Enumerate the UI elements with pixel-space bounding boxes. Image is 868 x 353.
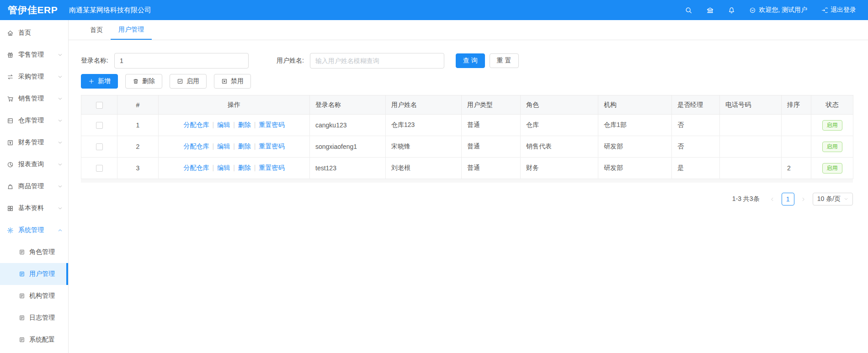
col-header-status: 状态 [811,95,853,115]
chevron-right-icon [801,197,806,202]
pagination: 1-3 共3条 1 10 条/页 [81,193,853,205]
next-page-button[interactable] [798,193,809,205]
sidebar-item-label: 财务管理 [18,138,44,147]
check-square-icon [177,78,183,84]
cell-phone [720,136,782,158]
sidebar-item-finance[interactable]: 财务管理 [0,132,68,153]
app-root: 管伊佳ERP 南通某某网络科技有限公司 欢迎您, 测试用户 退出登录 [0,0,868,353]
bag-icon [7,183,14,190]
edit-link[interactable]: 编辑 [217,142,230,150]
delete-button-label: 删除 [142,77,155,85]
cell-role: 销售代表 [521,136,598,158]
query-button[interactable]: 查 询 [456,53,485,68]
cell-sort [782,115,811,136]
cell-actions: 分配仓库|编辑|删除|重置密码 [159,158,310,179]
col-header-phone: 电话号码 [720,95,782,115]
sidebar-item-label: 机构管理 [29,292,55,300]
enable-button[interactable]: 启用 [170,74,207,89]
disable-button[interactable]: 禁用 [214,74,251,89]
delete-button[interactable]: 删除 [125,74,162,89]
warehouse-icon [7,117,14,124]
cell-role: 财务 [521,158,598,179]
sidebar-item-system[interactable]: 系统管理 [0,219,68,241]
sidebar-item-sales[interactable]: 销售管理 [0,88,68,110]
sidebar-item-user-management[interactable]: 用户管理 [0,263,68,285]
sidebar-item-org-management[interactable]: 机构管理 [0,285,68,307]
cell-sort: 2 [782,158,811,179]
chevron-left-icon [770,197,775,202]
col-header-role: 角色 [521,95,598,115]
row-checkbox[interactable] [96,165,103,172]
chevron-down-icon [58,162,63,167]
search-icon[interactable] [685,6,692,14]
assign-warehouse-link[interactable]: 分配仓库 [184,164,209,171]
col-header-index: # [117,95,159,115]
sidebar-item-reports[interactable]: 报表查询 [0,153,68,175]
delete-link[interactable]: 删除 [238,142,251,150]
sidebar-item-label: 系统配置 [29,336,55,344]
cell-actions: 分配仓库|编辑|删除|重置密码 [159,115,310,136]
table-scrollbar-track[interactable] [81,179,853,183]
user-name-label: 用户姓名: [277,57,304,65]
login-name-input[interactable] [114,53,249,68]
chevron-down-icon [58,74,63,79]
cell-login: test123 [310,158,386,179]
col-header-name: 用户姓名 [386,95,462,115]
status-badge[interactable]: 启用 [822,163,842,174]
plus-icon [88,78,95,84]
status-badge[interactable]: 启用 [822,120,842,131]
sidebar-item-system-config[interactable]: 系统配置 [0,329,68,351]
disable-button-label: 禁用 [231,77,244,85]
page-size-select[interactable]: 10 条/页 [813,193,853,205]
chevron-down-icon [58,206,63,211]
sidebar-item-purchase[interactable]: 采购管理 [0,66,68,88]
sidebar-item-home[interactable]: 首页 [0,22,68,44]
bank-icon[interactable] [706,6,714,14]
reset-password-link[interactable]: 重置密码 [259,142,284,150]
sidebar-item-label: 采购管理 [18,73,44,81]
edit-link[interactable]: 编辑 [217,121,230,128]
user-menu[interactable]: 欢迎您, 测试用户 [749,6,807,14]
cell-sort [782,136,811,158]
cell-name: 宋晓锋 [386,136,462,158]
sidebar-item-label: 报表查询 [18,160,44,169]
sidebar-item-warehouse[interactable]: 仓库管理 [0,110,68,132]
login-name-label: 登录名称: [81,57,108,65]
tab-user-management[interactable]: 用户管理 [111,20,152,40]
page-number-button[interactable]: 1 [782,193,794,205]
bell-icon[interactable] [728,6,735,14]
add-button[interactable]: 新增 [81,74,118,89]
cell-index: 2 [117,136,159,158]
logout-button[interactable]: 退出登录 [821,6,856,14]
cell-manager: 否 [672,136,720,158]
down-circle-icon [749,7,756,14]
select-all-checkbox[interactable] [96,102,103,109]
assign-warehouse-link[interactable]: 分配仓库 [184,142,209,150]
status-badge[interactable]: 启用 [822,142,842,152]
tab-home[interactable]: 首页 [82,20,111,40]
sidebar-item-log-management[interactable]: 日志管理 [0,307,68,329]
prev-page-button[interactable] [767,193,778,205]
cell-login: songxiaofeng1 [310,136,386,158]
sidebar-item-role-management[interactable]: 角色管理 [0,241,68,263]
sidebar-item-products[interactable]: 商品管理 [0,175,68,197]
delete-link[interactable]: 删除 [238,164,251,171]
swap-icon [7,74,14,80]
table-header-row: # 操作 登录名称 用户姓名 用户类型 角色 机构 是否经理 电话号码 排序 状… [81,95,853,115]
delete-link[interactable]: 删除 [238,121,251,128]
sidebar-item-basedata[interactable]: 基本资料 [0,197,68,219]
edit-link[interactable]: 编辑 [217,164,230,171]
reset-password-link[interactable]: 重置密码 [259,164,284,171]
cell-name: 刘老根 [386,158,462,179]
row-checkbox[interactable] [96,143,103,150]
row-checkbox[interactable] [96,122,103,129]
reset-password-link[interactable]: 重置密码 [259,121,284,128]
sidebar-item-retail[interactable]: 零售管理 [0,44,68,66]
reset-button[interactable]: 重 置 [490,53,519,68]
add-button-label: 新增 [98,77,111,85]
cell-type: 普通 [462,115,521,136]
assign-warehouse-link[interactable]: 分配仓库 [184,121,209,128]
cell-org: 研发部 [598,136,672,158]
user-name-input[interactable] [310,53,444,68]
top-header-bar: 管伊佳ERP 南通某某网络科技有限公司 欢迎您, 测试用户 退出登录 [0,0,868,20]
